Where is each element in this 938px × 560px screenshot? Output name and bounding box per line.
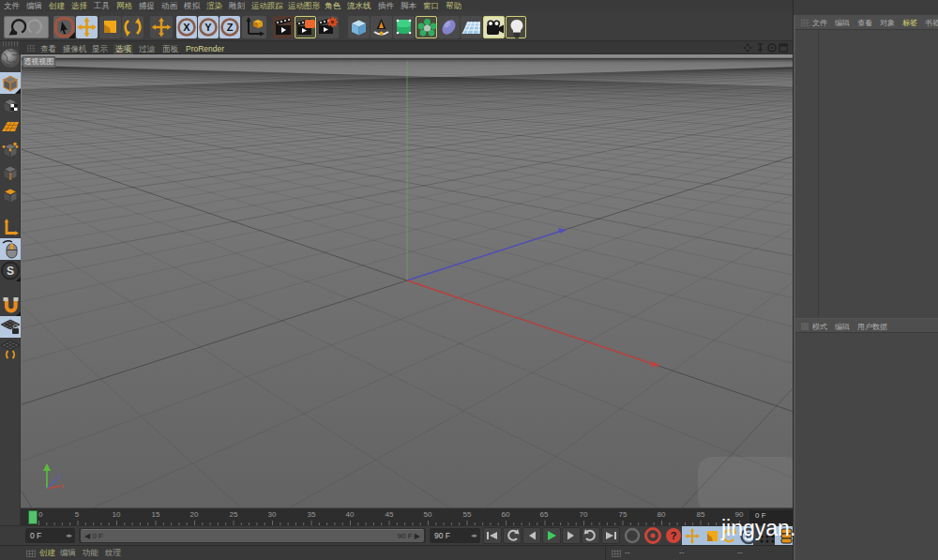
svg-text:Z: Z <box>57 473 62 479</box>
svg-text:Z: Z <box>227 22 234 33</box>
svg-text:Y: Y <box>204 22 212 33</box>
svg-text:S: S <box>7 265 14 278</box>
svg-text:?: ? <box>671 530 677 541</box>
svg-text:X: X <box>183 22 190 33</box>
svg-text:X: X <box>60 483 65 490</box>
